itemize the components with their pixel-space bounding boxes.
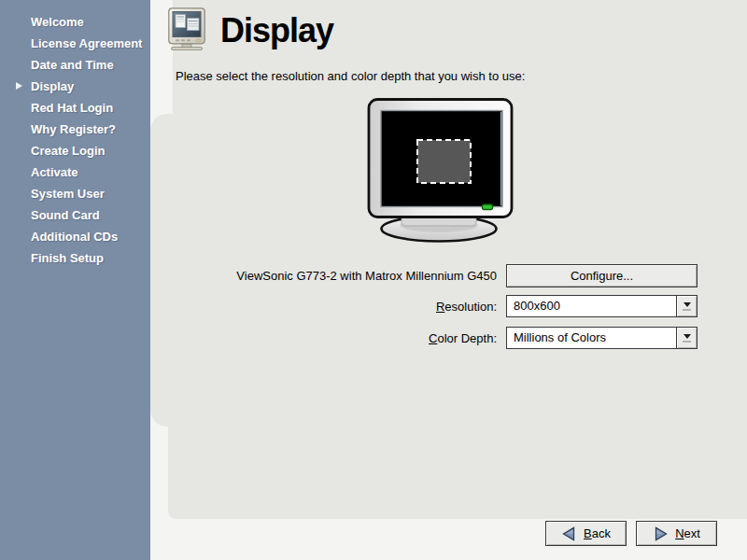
sidebar-item-create-login: Create Login [0,140,150,161]
sidebar-item-label: System User [31,187,105,201]
left-triangle-icon [561,526,577,541]
color-depth-value: Millions of Colors [507,328,676,348]
down-triangle-icon [684,302,691,307]
page-title: Display [220,11,333,50]
wizard-step-list: Welcome License Agreement Date and Time … [0,0,150,269]
sidebar-item-license-agreement: License Agreement [0,33,150,54]
sidebar-item-label: Red Hat Login [31,101,113,115]
sidebar-item-welcome: Welcome [0,11,150,33]
firstboot-window: Welcome License Agreement Date and Time … [0,0,747,560]
color-depth-label: Color Depth: [176,331,497,346]
sidebar-item-display: Display [0,76,150,97]
down-triangle-icon [684,334,691,339]
sidebar-item-sound-card: Sound Card [0,204,150,226]
sidebar-item-label: Finish Setup [31,251,104,265]
content-panel-lower [168,413,747,519]
sidebar-item-label: Why Register? [31,122,116,136]
sidebar-item-label: Display [31,79,74,93]
right-triangle-icon [653,526,669,541]
back-button[interactable]: Back [545,521,627,546]
page-subtitle: Please select the resolution and color d… [176,69,525,83]
device-label: ViewSonic G773-2 with Matrox Millennium … [176,269,497,284]
dropdown-arrow-icon [676,296,697,316]
next-button[interactable]: Next [636,521,717,546]
monitor-preview-illustration [359,93,518,245]
dropdown-bar-icon [683,341,691,343]
sidebar-item-activate: Activate [0,161,150,183]
sidebar-item-red-hat-login: Red Hat Login [0,97,150,119]
next-button-label: Next [675,526,700,540]
sidebar-item-additional-cds: Additional CDs [0,226,150,247]
sidebar-item-why-register: Why Register? [0,119,150,140]
resolution-label: Resolution: [176,300,497,315]
back-button-label: Back [584,526,611,540]
sidebar-item-label: Welcome [31,15,84,29]
sidebar-item-system-user: System User [0,183,150,204]
dropdown-arrow-icon [676,328,697,348]
sidebar-item-label: Sound Card [31,208,100,222]
color-depth-combobox[interactable]: Millions of Colors [506,327,698,349]
dropdown-bar-icon [683,309,691,311]
sidebar-item-label: License Agreement [31,36,142,50]
sidebar-item-label: Create Login [31,144,105,158]
configure-button[interactable]: Configure... [506,264,698,287]
configure-button-label: Configure... [571,269,633,283]
sidebar-item-finish-setup: Finish Setup [0,247,150,269]
sidebar-item-label: Activate [31,165,78,179]
sidebar-item-date-and-time: Date and Time [0,54,150,76]
resolution-combobox[interactable]: 747x560 [506,295,698,317]
sidebar-item-label: Additional CDs [31,230,118,244]
right-pointer-icon [16,82,22,90]
sidebar-item-label: Date and Time [31,58,114,72]
resolution-value: 747x560 [507,296,676,316]
crt-monitor-icon [168,7,205,50]
wizard-step-sidebar: Welcome License Agreement Date and Time … [0,0,150,560]
